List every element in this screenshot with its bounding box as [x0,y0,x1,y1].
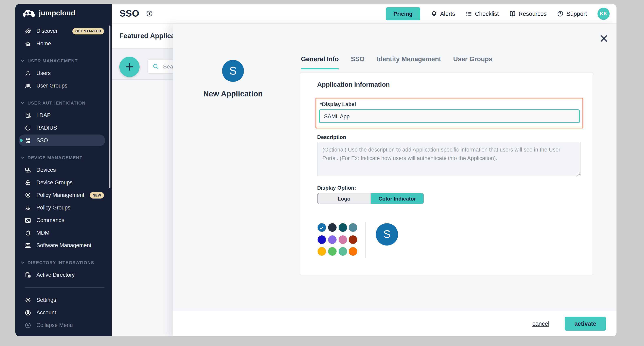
application-icon-circle: S [222,60,244,82]
color-swatch-rust[interactable] [349,235,358,244]
sidebar-section-label: DIRECTORY INTEGRATIONS [28,260,94,265]
screenshot-stage: jumpcloud DiscoverGET STARTEDHomeUSER MA… [0,0,644,346]
sidebar-section-label: USER MANAGEMENT [28,58,78,63]
book-icon [509,10,516,17]
sidebar-item-commands[interactable]: Commands [15,214,112,227]
sidebar-scrollbar-thumb[interactable] [109,26,110,188]
display-option-label: Display Option: [317,185,356,191]
discover-badge: GET STARTED [72,28,104,34]
color-swatch-blue[interactable] [318,223,326,232]
sidebar-section-directory-integrations[interactable]: DIRECTORY INTEGRATIONS [15,256,112,269]
sidebar-item-users[interactable]: Users [15,67,112,79]
sidebar-item-discover[interactable]: DiscoverGET STARTED [15,25,112,37]
tab-sso[interactable]: SSO [351,56,365,69]
pricing-button[interactable]: Pricing [386,7,420,20]
sidebar-section-device-management[interactable]: DEVICE MANAGEMENT [15,151,112,164]
header-item-label: Alerts [440,10,455,17]
sidebar-item-label: Device Groups [36,180,72,186]
sidebar-item-account[interactable]: Account [15,306,112,319]
sidebar-item-label: Commands [36,217,64,223]
sidebar-item-device-groups[interactable]: Device Groups [15,176,112,189]
header-item-label: Support [566,10,587,17]
sidebar-section-user-authentication[interactable]: USER AUTHENTICATION [15,96,112,109]
collapse-icon [25,322,31,328]
sidebar-item-label: LDAP [36,112,51,118]
tab-identity-management[interactable]: Identity Management [376,56,441,69]
color-swatch-amber[interactable] [318,247,326,256]
application-information-card: Application Information *Display Label D… [300,73,594,275]
color-swatch-mint[interactable] [338,247,347,256]
grid-icon [25,137,31,144]
color-swatch-steel-teal[interactable] [349,223,358,232]
display-label-highlight: *Display Label [316,98,583,128]
color-swatch-purple[interactable] [328,235,336,244]
sidebar-item-home[interactable]: Home [15,37,112,50]
sidebar-item-label: MDM [36,230,50,236]
sidebar-item-radius[interactable]: RADIUS [15,121,112,134]
color-swatch-royal-blue[interactable] [318,235,326,244]
avatar[interactable]: KK [598,8,610,20]
sidebar-item-label: Home [36,41,51,47]
sidebar-item-label: Policy Management [36,192,84,198]
question-circle-icon [557,10,564,17]
add-application-button[interactable] [119,57,140,77]
sidebar-divider [25,287,104,288]
sidebar-section-user-management[interactable]: USER MANAGEMENT [15,54,112,67]
sidebar: jumpcloud DiscoverGET STARTEDHomeUSER MA… [15,4,112,336]
sidebar-item-ldap[interactable]: LDAP [15,109,112,121]
gear-icon [25,297,31,303]
display-label-input[interactable] [319,109,580,123]
drawer-footer: cancel activate [173,311,616,336]
sidebar-item-active-directory[interactable]: Active Directory [15,269,112,281]
color-swatch-green[interactable] [328,247,336,256]
jumpcloud-logo-text: jumpcloud [39,9,76,17]
header-item-group: AlertsChecklistResourcesSupport [431,10,587,17]
close-icon[interactable] [600,34,608,43]
sidebar-item-mdm[interactable]: MDM [15,227,112,239]
page-title: SSO [119,8,139,19]
info-icon[interactable] [146,10,153,17]
tab-general-info[interactable]: General Info [301,56,339,69]
sidebar-nav: DiscoverGET STARTEDHomeUSER MANAGEMENTUs… [15,25,112,331]
cancel-button[interactable]: cancel [532,320,549,327]
swatch-preview-divider [365,222,366,258]
color-swatch-dark-navy[interactable] [328,223,336,232]
display-option-color-indicator[interactable]: Color Indicator [370,193,424,204]
sidebar-item-policy-groups[interactable]: Policy Groups [15,201,112,214]
sidebar-item-collapse-menu[interactable]: Collapse Menu [15,319,112,331]
jumpcloud-cloud-icon [22,9,36,18]
apple-icon [25,230,31,236]
color-swatch-orange[interactable] [349,247,358,256]
display-option-logo[interactable]: Logo [318,193,370,204]
sidebar-item-settings[interactable]: Settings [15,294,112,306]
activate-button[interactable]: activate [565,317,606,331]
header-item-alerts[interactable]: Alerts [431,10,455,17]
header-item-support[interactable]: Support [557,10,587,17]
database-clock-icon [25,112,31,118]
sidebar-item-label: Devices [36,167,56,173]
color-swatch-pink[interactable] [338,235,347,244]
sidebar-section-label: DEVICE MANAGEMENT [28,155,82,160]
header-item-resources[interactable]: Resources [509,10,547,17]
chevron-down-icon [21,260,25,264]
target-icon [25,192,31,198]
terminal-icon [25,217,31,223]
jumpcloud-logo[interactable]: jumpcloud [22,9,76,18]
policy-group-icon [25,204,31,211]
sidebar-item-sso[interactable]: SSO [15,134,112,147]
sidebar-item-policy-management[interactable]: Policy ManagementNEW [15,189,112,201]
application-name: New Application [182,90,284,98]
header-item-checklist[interactable]: Checklist [466,10,499,17]
devices-icon [25,167,31,173]
laptop-icon [25,242,31,249]
description-textarea[interactable] [317,142,581,176]
color-swatch-dark-teal[interactable] [338,223,347,232]
display-option-toggle: LogoColor Indicator [317,193,424,204]
tab-user-groups[interactable]: User Groups [453,56,492,69]
sidebar-item-user-groups[interactable]: User Groups [15,79,112,92]
sidebar-item-devices[interactable]: Devices [15,164,112,176]
person-circle-icon [25,309,31,316]
sidebar-item-label: RADIUS [36,125,57,131]
policy-management-badge: NEW [90,192,104,198]
sidebar-item-software-management[interactable]: Software Management [15,239,112,252]
